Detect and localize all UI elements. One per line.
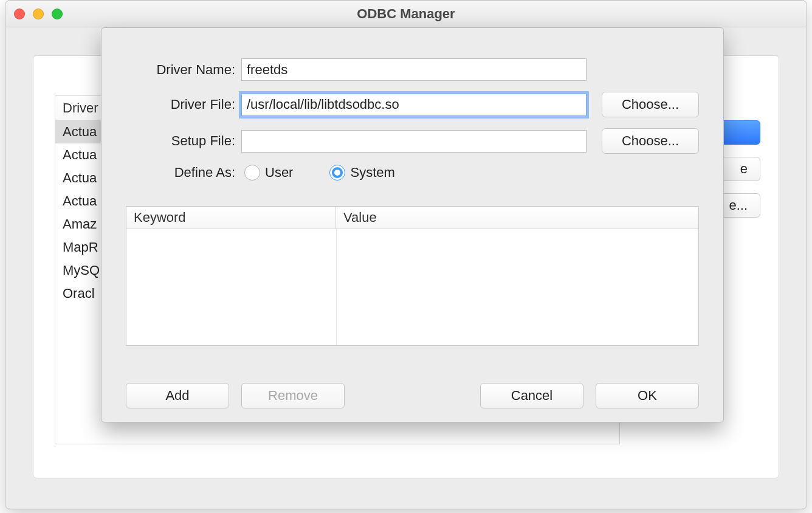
radio-label: System xyxy=(350,165,394,181)
kv-header-value[interactable]: Value xyxy=(336,207,698,229)
driver-name-label: Driver Name: xyxy=(126,62,241,78)
driver-name-input[interactable]: freetds xyxy=(241,58,587,81)
keyword-value-table: Keyword Value xyxy=(126,206,699,346)
define-as-system-radio[interactable]: System xyxy=(329,165,394,181)
radio-label: User xyxy=(265,165,293,181)
define-as-user-radio[interactable]: User xyxy=(244,165,293,181)
window-title: ODBC Manager xyxy=(5,6,807,22)
remove-button: Remove xyxy=(241,383,345,408)
driver-file-choose-button[interactable]: Choose... xyxy=(602,92,699,117)
kv-body[interactable] xyxy=(126,229,698,345)
setup-file-choose-button[interactable]: Choose... xyxy=(602,128,699,154)
radio-icon xyxy=(329,165,345,181)
main-window: ODBC Manager Driver Actua Actua Actua Ac… xyxy=(5,0,807,509)
radio-icon xyxy=(244,165,260,181)
cancel-button[interactable]: Cancel xyxy=(480,383,583,408)
driver-file-label: Driver File: xyxy=(126,97,241,112)
setup-file-input[interactable] xyxy=(241,130,587,153)
driver-file-input[interactable]: /usr/local/lib/libtdsodbc.so xyxy=(241,94,587,116)
titlebar: ODBC Manager xyxy=(5,1,807,27)
define-as-label: Define As: xyxy=(126,165,241,181)
add-button[interactable]: Add xyxy=(126,383,229,408)
driver-config-dialog: Driver Name: freetds Driver File: /usr/l… xyxy=(101,27,724,422)
setup-file-label: Setup File: xyxy=(126,133,241,149)
kv-header-keyword[interactable]: Keyword xyxy=(126,207,336,229)
ok-button[interactable]: OK xyxy=(596,383,699,408)
